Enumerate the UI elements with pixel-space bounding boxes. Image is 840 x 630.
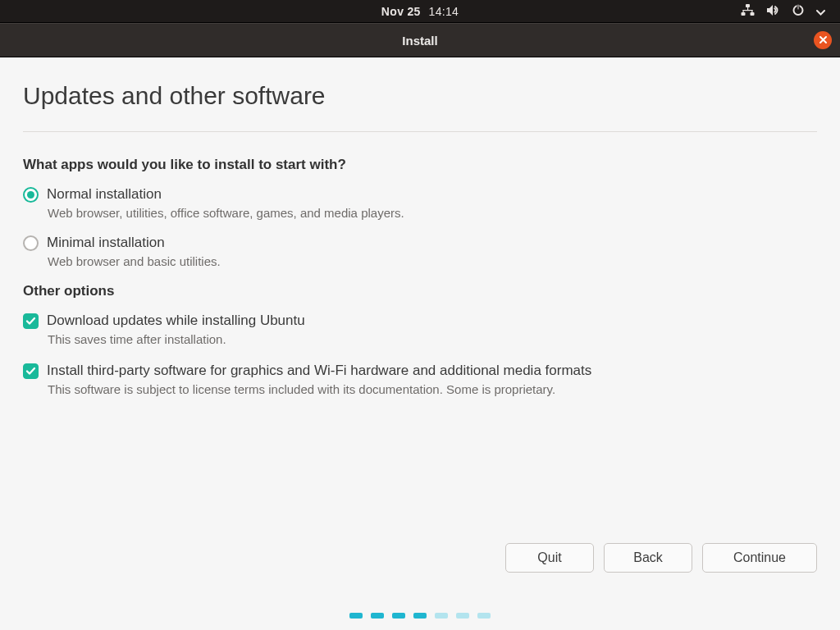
panel-time: 14:14: [429, 5, 459, 18]
panel-date: Nov 25: [381, 5, 421, 18]
close-icon: [819, 33, 828, 48]
checkbox-icon: [23, 313, 39, 329]
power-icon[interactable]: [792, 3, 805, 19]
step-dot: [413, 613, 427, 619]
svg-rect-4: [743, 10, 753, 11]
radio-normal-installation[interactable]: Normal installation: [23, 186, 817, 203]
page-title: Updates and other software: [23, 82, 817, 110]
download-updates-hint: This saves time after installation.: [48, 332, 817, 346]
checkbox-download-updates[interactable]: Download updates while installing Ubuntu: [23, 313, 817, 329]
panel-clock[interactable]: Nov 2514:14: [381, 5, 459, 18]
panel-tray: [741, 3, 840, 19]
volume-icon[interactable]: [766, 4, 780, 19]
step-dot: [477, 613, 491, 619]
system-panel: Nov 2514:14: [0, 0, 840, 23]
window-close-button[interactable]: [814, 31, 832, 49]
back-button[interactable]: Back: [604, 543, 692, 573]
step-dot: [392, 613, 405, 619]
chevron-down-icon[interactable]: [816, 5, 825, 18]
step-dot: [435, 613, 448, 619]
radio-label: Normal installation: [47, 186, 162, 203]
radio-minimal-installation[interactable]: Minimal installation: [23, 235, 817, 251]
third-party-hint: This software is subject to license term…: [48, 382, 817, 396]
checkbox-label: Download updates while installing Ubuntu: [47, 313, 305, 329]
window-title: Install: [402, 34, 437, 48]
checkbox-icon: [23, 363, 39, 379]
radio-label: Minimal installation: [47, 235, 165, 251]
step-dot: [456, 613, 469, 619]
step-dot: [349, 613, 363, 619]
radio-icon: [23, 235, 39, 251]
svg-rect-0: [746, 4, 750, 7]
svg-rect-2: [751, 12, 755, 16]
svg-rect-1: [742, 12, 746, 16]
svg-rect-8: [797, 4, 799, 10]
step-dot: [371, 613, 384, 619]
normal-installation-hint: Web browser, utilities, office software,…: [48, 206, 817, 220]
network-icon[interactable]: [741, 3, 755, 19]
progress-steps: [349, 613, 491, 619]
installer-content: Updates and other software What apps wou…: [0, 57, 840, 396]
checkbox-label: Install third-party software for graphic…: [47, 363, 591, 379]
install-question: What apps would you like to install to s…: [23, 157, 817, 173]
svg-rect-6: [751, 10, 752, 12]
footer-buttons: Quit Back Continue: [505, 543, 817, 573]
other-options-heading: Other options: [23, 283, 817, 299]
radio-icon: [23, 187, 39, 203]
quit-button[interactable]: Quit: [505, 543, 594, 573]
checkbox-third-party[interactable]: Install third-party software for graphic…: [23, 363, 817, 379]
minimal-installation-hint: Web browser and basic utilities.: [48, 254, 817, 268]
continue-button[interactable]: Continue: [702, 543, 817, 573]
window-titlebar: Install: [0, 23, 840, 57]
svg-rect-5: [743, 10, 744, 12]
